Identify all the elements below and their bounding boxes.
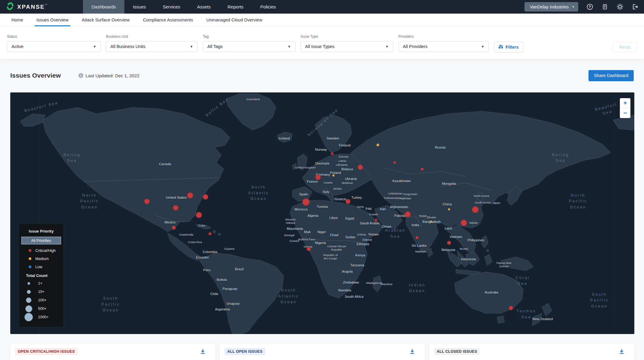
brand-logo[interactable]: XPANSE™: [0, 0, 56, 14]
nav-item-policies[interactable]: Policies: [252, 0, 285, 14]
tab-compliance-assessments[interactable]: Compliance Assessments: [143, 14, 193, 26]
share-dashboard-button[interactable]: Share Dashboard: [588, 70, 634, 81]
chevron-down-icon: ▼: [93, 45, 96, 48]
medium-issue-marker[interactable]: [333, 175, 335, 177]
filter-value: All Business Units: [110, 44, 145, 49]
nav-item-issues[interactable]: Issues: [124, 0, 154, 14]
zoom-out-button[interactable]: −: [620, 108, 630, 118]
legend-count-500: 500+: [19, 304, 63, 313]
account-switcher[interactable]: VanDelay Industries ▾: [524, 2, 578, 11]
critical-issue-marker[interactable]: [393, 161, 396, 164]
tab-home[interactable]: Home: [11, 14, 23, 26]
filter-providers: ProvidersAll Providers▼: [398, 34, 489, 52]
filter-issue-type: Issue TypeAll Issue Types▼: [301, 34, 393, 52]
critical-issue-marker[interactable]: [302, 198, 310, 206]
critical-issue-marker[interactable]: [461, 220, 467, 226]
sliders-icon: [499, 44, 503, 50]
filter-select-providers[interactable]: All Providers▼: [398, 41, 489, 52]
critical-issue-marker[interactable]: [196, 212, 202, 218]
card-all-closed-issues: ALL CLOSED ISSUES: [429, 344, 634, 360]
tab-issues-overview[interactable]: Issues Overview: [37, 14, 69, 26]
issues-overview-page: XPANSE™ DashboardsIssuesServicesAssetsRe…: [0, 0, 644, 360]
xpanse-logo-icon: [6, 2, 14, 11]
filter-bar: StatusActive▼Business UnitAll Business U…: [0, 27, 644, 59]
count-circle-icon: [25, 305, 32, 312]
download-icon[interactable]: [199, 348, 206, 355]
priority-label: Medium: [35, 257, 49, 261]
filter-select-issue-type[interactable]: All Issue Types▼: [301, 41, 393, 52]
filter-select-status[interactable]: Active▼: [7, 41, 101, 52]
chevron-down-icon: ▼: [190, 45, 193, 48]
sign-out-icon[interactable]: [631, 3, 639, 11]
critical-issue-marker[interactable]: [315, 175, 321, 180]
critical-issue-marker[interactable]: [307, 247, 311, 251]
top-nav: XPANSE™ DashboardsIssuesServicesAssetsRe…: [0, 0, 644, 14]
priority-dot-icon: [29, 265, 31, 268]
filter-status: StatusActive▼: [7, 34, 101, 52]
info-icon[interactable]: i: [78, 73, 83, 78]
priority-dot-icon: [29, 257, 31, 260]
legend-priority-critical-high[interactable]: Critical/High: [19, 246, 63, 255]
tab-attack-surface-overview[interactable]: Attack Surface Overview: [82, 14, 130, 26]
critical-issue-marker[interactable]: [172, 226, 176, 230]
count-circle-box: [19, 305, 38, 312]
count-circle-icon: [27, 290, 31, 294]
filter-label: Issue Type: [301, 34, 393, 39]
nav-item-dashboards[interactable]: Dashboards: [83, 0, 124, 14]
filters-button[interactable]: Filters: [494, 42, 523, 53]
legend-priority-low[interactable]: Low: [19, 263, 63, 271]
filter-select-tag[interactable]: All Tags▼: [203, 41, 295, 52]
critical-issue-marker[interactable]: [346, 199, 350, 204]
legend-all-priorities[interactable]: All Priorities: [21, 236, 61, 245]
download-icon[interactable]: [409, 348, 416, 355]
release-notes-icon[interactable]: [601, 3, 608, 11]
count-circle-box: [19, 313, 38, 321]
primary-nav: DashboardsIssuesServicesAssetsReportsPol…: [83, 0, 284, 14]
count-circle-box: [19, 297, 38, 303]
count-label: 1+: [38, 281, 42, 285]
top-nav-right: VanDelay Industries ▾ ?: [524, 0, 644, 14]
card-title-badge: ALL CLOSED ISSUES: [434, 348, 480, 355]
legend-count-1000: 1000+: [19, 313, 63, 321]
chevron-down-icon: ▼: [385, 45, 389, 48]
card-title-badge: OPEN CRITICAL/HIGH ISSUES: [15, 348, 78, 355]
map-zoom-control: + −: [620, 98, 630, 118]
zoom-in-button[interactable]: +: [620, 98, 630, 108]
medium-issue-marker[interactable]: [430, 221, 432, 223]
critical-issue-marker[interactable]: [447, 241, 451, 245]
critical-issue-marker[interactable]: [358, 165, 363, 170]
download-icon[interactable]: [618, 348, 625, 355]
card-all-open-issues: ALL OPEN ISSUES: [220, 344, 425, 360]
filter-business-unit: Business UnitAll Business Units▼: [106, 34, 198, 52]
critical-issue-marker[interactable]: [472, 206, 479, 213]
dashboard-tabs: HomeIssues OverviewAttack Surface Overvi…: [0, 14, 644, 27]
nav-item-reports[interactable]: Reports: [219, 0, 252, 14]
nav-item-assets[interactable]: Assets: [189, 0, 219, 14]
title-row: Issues Overview i Last Updated: Dec 1, 2…: [10, 69, 634, 82]
world-map[interactable]: Beaufort SeaBaffin BayBering SeaNorwegia…: [10, 92, 634, 334]
critical-issue-marker[interactable]: [375, 219, 377, 222]
nav-item-services[interactable]: Services: [154, 0, 189, 14]
legend-priority-medium[interactable]: Medium: [19, 255, 63, 263]
critical-issue-marker[interactable]: [421, 168, 424, 171]
help-icon[interactable]: ?: [586, 3, 593, 11]
critical-issue-marker[interactable]: [509, 306, 513, 310]
critical-issue-marker[interactable]: [203, 194, 208, 200]
critical-issue-marker[interactable]: [187, 192, 193, 198]
medium-issue-marker[interactable]: [448, 208, 450, 211]
medium-issue-marker[interactable]: [377, 143, 379, 146]
critical-issue-marker[interactable]: [331, 153, 334, 155]
legend-count-100: 100+: [19, 296, 63, 304]
tab-unmanaged-cloud-overview[interactable]: Unmanaged Cloud Overview: [206, 14, 262, 26]
critical-issue-marker[interactable]: [405, 211, 411, 217]
count-circle-icon: [24, 313, 33, 321]
critical-issue-marker[interactable]: [144, 199, 150, 204]
settings-icon[interactable]: [616, 3, 623, 11]
legend-count-title: Total Count: [19, 273, 63, 278]
critical-issue-marker[interactable]: [209, 232, 212, 235]
critical-issue-marker[interactable]: [173, 205, 178, 211]
critical-issue-marker[interactable]: [416, 236, 419, 239]
filter-select-business-unit[interactable]: All Business Units▼: [106, 41, 198, 52]
card-title-badge: ALL OPEN ISSUES: [225, 348, 265, 355]
reset-button[interactable]: Reset: [613, 42, 637, 53]
